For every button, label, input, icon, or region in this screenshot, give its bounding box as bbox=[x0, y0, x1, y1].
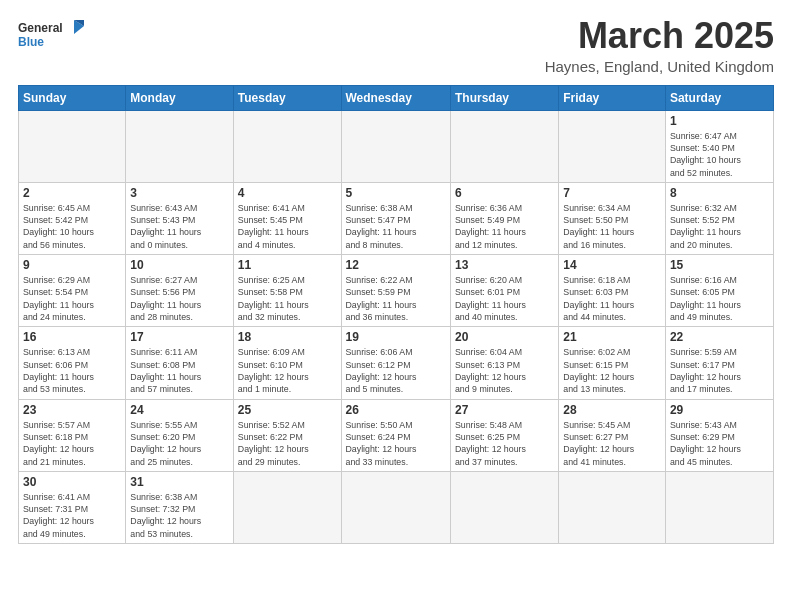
col-thursday: Thursday bbox=[450, 85, 558, 110]
col-friday: Friday bbox=[559, 85, 666, 110]
calendar-cell: 3Sunrise: 6:43 AM Sunset: 5:43 PM Daylig… bbox=[126, 182, 233, 254]
day-info: Sunrise: 6:16 AM Sunset: 6:05 PM Dayligh… bbox=[670, 274, 769, 323]
calendar-cell bbox=[126, 110, 233, 182]
day-info: Sunrise: 6:25 AM Sunset: 5:58 PM Dayligh… bbox=[238, 274, 337, 323]
day-number: 1 bbox=[670, 114, 769, 128]
day-number: 20 bbox=[455, 330, 554, 344]
col-tuesday: Tuesday bbox=[233, 85, 341, 110]
day-number: 17 bbox=[130, 330, 228, 344]
day-number: 12 bbox=[346, 258, 446, 272]
day-number: 9 bbox=[23, 258, 121, 272]
calendar-cell bbox=[450, 110, 558, 182]
day-number: 24 bbox=[130, 403, 228, 417]
day-info: Sunrise: 6:13 AM Sunset: 6:06 PM Dayligh… bbox=[23, 346, 121, 395]
location-subtitle: Haynes, England, United Kingdom bbox=[545, 58, 774, 75]
calendar-cell: 17Sunrise: 6:11 AM Sunset: 6:08 PM Dayli… bbox=[126, 327, 233, 399]
day-number: 15 bbox=[670, 258, 769, 272]
col-monday: Monday bbox=[126, 85, 233, 110]
day-info: Sunrise: 6:06 AM Sunset: 6:12 PM Dayligh… bbox=[346, 346, 446, 395]
day-info: Sunrise: 6:29 AM Sunset: 5:54 PM Dayligh… bbox=[23, 274, 121, 323]
calendar-cell: 11Sunrise: 6:25 AM Sunset: 5:58 PM Dayli… bbox=[233, 255, 341, 327]
day-info: Sunrise: 6:20 AM Sunset: 6:01 PM Dayligh… bbox=[455, 274, 554, 323]
calendar-cell: 15Sunrise: 6:16 AM Sunset: 6:05 PM Dayli… bbox=[665, 255, 773, 327]
day-info: Sunrise: 6:43 AM Sunset: 5:43 PM Dayligh… bbox=[130, 202, 228, 251]
calendar-cell: 5Sunrise: 6:38 AM Sunset: 5:47 PM Daylig… bbox=[341, 182, 450, 254]
calendar-cell: 31Sunrise: 6:38 AM Sunset: 7:32 PM Dayli… bbox=[126, 471, 233, 543]
day-number: 25 bbox=[238, 403, 337, 417]
day-number: 7 bbox=[563, 186, 661, 200]
calendar-cell bbox=[450, 471, 558, 543]
day-info: Sunrise: 6:38 AM Sunset: 5:47 PM Dayligh… bbox=[346, 202, 446, 251]
col-saturday: Saturday bbox=[665, 85, 773, 110]
calendar-cell: 19Sunrise: 6:06 AM Sunset: 6:12 PM Dayli… bbox=[341, 327, 450, 399]
calendar-cell: 18Sunrise: 6:09 AM Sunset: 6:10 PM Dayli… bbox=[233, 327, 341, 399]
calendar-cell: 7Sunrise: 6:34 AM Sunset: 5:50 PM Daylig… bbox=[559, 182, 666, 254]
calendar-cell: 27Sunrise: 5:48 AM Sunset: 6:25 PM Dayli… bbox=[450, 399, 558, 471]
calendar-cell bbox=[559, 110, 666, 182]
title-block: March 2025 Haynes, England, United Kingd… bbox=[545, 16, 774, 75]
calendar-cell: 22Sunrise: 5:59 AM Sunset: 6:17 PM Dayli… bbox=[665, 327, 773, 399]
day-info: Sunrise: 6:34 AM Sunset: 5:50 PM Dayligh… bbox=[563, 202, 661, 251]
calendar-cell: 24Sunrise: 5:55 AM Sunset: 6:20 PM Dayli… bbox=[126, 399, 233, 471]
calendar-week-row: 2Sunrise: 6:45 AM Sunset: 5:42 PM Daylig… bbox=[19, 182, 774, 254]
day-info: Sunrise: 6:41 AM Sunset: 5:45 PM Dayligh… bbox=[238, 202, 337, 251]
calendar-table: Sunday Monday Tuesday Wednesday Thursday… bbox=[18, 85, 774, 545]
calendar-cell bbox=[341, 110, 450, 182]
day-info: Sunrise: 6:02 AM Sunset: 6:15 PM Dayligh… bbox=[563, 346, 661, 395]
day-number: 10 bbox=[130, 258, 228, 272]
calendar-header-row: Sunday Monday Tuesday Wednesday Thursday… bbox=[19, 85, 774, 110]
calendar-cell: 10Sunrise: 6:27 AM Sunset: 5:56 PM Dayli… bbox=[126, 255, 233, 327]
day-number: 6 bbox=[455, 186, 554, 200]
calendar-cell: 14Sunrise: 6:18 AM Sunset: 6:03 PM Dayli… bbox=[559, 255, 666, 327]
calendar-cell bbox=[19, 110, 126, 182]
calendar-cell bbox=[233, 471, 341, 543]
calendar-cell: 20Sunrise: 6:04 AM Sunset: 6:13 PM Dayli… bbox=[450, 327, 558, 399]
day-number: 30 bbox=[23, 475, 121, 489]
day-info: Sunrise: 6:22 AM Sunset: 5:59 PM Dayligh… bbox=[346, 274, 446, 323]
day-info: Sunrise: 6:11 AM Sunset: 6:08 PM Dayligh… bbox=[130, 346, 228, 395]
day-info: Sunrise: 5:48 AM Sunset: 6:25 PM Dayligh… bbox=[455, 419, 554, 468]
calendar-cell: 16Sunrise: 6:13 AM Sunset: 6:06 PM Dayli… bbox=[19, 327, 126, 399]
day-number: 28 bbox=[563, 403, 661, 417]
calendar-week-row: 1Sunrise: 6:47 AM Sunset: 5:40 PM Daylig… bbox=[19, 110, 774, 182]
calendar-cell: 29Sunrise: 5:43 AM Sunset: 6:29 PM Dayli… bbox=[665, 399, 773, 471]
logo-svg: General Blue bbox=[18, 16, 88, 56]
day-info: Sunrise: 5:45 AM Sunset: 6:27 PM Dayligh… bbox=[563, 419, 661, 468]
day-info: Sunrise: 5:43 AM Sunset: 6:29 PM Dayligh… bbox=[670, 419, 769, 468]
day-number: 29 bbox=[670, 403, 769, 417]
day-info: Sunrise: 6:45 AM Sunset: 5:42 PM Dayligh… bbox=[23, 202, 121, 251]
day-info: Sunrise: 6:41 AM Sunset: 7:31 PM Dayligh… bbox=[23, 491, 121, 540]
day-number: 14 bbox=[563, 258, 661, 272]
calendar-cell bbox=[559, 471, 666, 543]
day-number: 18 bbox=[238, 330, 337, 344]
calendar-week-row: 16Sunrise: 6:13 AM Sunset: 6:06 PM Dayli… bbox=[19, 327, 774, 399]
day-info: Sunrise: 6:18 AM Sunset: 6:03 PM Dayligh… bbox=[563, 274, 661, 323]
day-number: 19 bbox=[346, 330, 446, 344]
day-info: Sunrise: 6:32 AM Sunset: 5:52 PM Dayligh… bbox=[670, 202, 769, 251]
day-number: 13 bbox=[455, 258, 554, 272]
day-number: 2 bbox=[23, 186, 121, 200]
calendar-cell: 1Sunrise: 6:47 AM Sunset: 5:40 PM Daylig… bbox=[665, 110, 773, 182]
calendar-cell: 25Sunrise: 5:52 AM Sunset: 6:22 PM Dayli… bbox=[233, 399, 341, 471]
day-number: 3 bbox=[130, 186, 228, 200]
day-number: 26 bbox=[346, 403, 446, 417]
day-number: 16 bbox=[23, 330, 121, 344]
day-number: 21 bbox=[563, 330, 661, 344]
calendar-week-row: 23Sunrise: 5:57 AM Sunset: 6:18 PM Dayli… bbox=[19, 399, 774, 471]
calendar-page: General Blue March 2025 Haynes, England,… bbox=[0, 0, 792, 612]
col-wednesday: Wednesday bbox=[341, 85, 450, 110]
calendar-cell: 9Sunrise: 6:29 AM Sunset: 5:54 PM Daylig… bbox=[19, 255, 126, 327]
page-header: General Blue March 2025 Haynes, England,… bbox=[18, 16, 774, 75]
day-number: 11 bbox=[238, 258, 337, 272]
day-info: Sunrise: 6:38 AM Sunset: 7:32 PM Dayligh… bbox=[130, 491, 228, 540]
day-info: Sunrise: 5:57 AM Sunset: 6:18 PM Dayligh… bbox=[23, 419, 121, 468]
day-info: Sunrise: 5:52 AM Sunset: 6:22 PM Dayligh… bbox=[238, 419, 337, 468]
calendar-week-row: 9Sunrise: 6:29 AM Sunset: 5:54 PM Daylig… bbox=[19, 255, 774, 327]
day-info: Sunrise: 6:04 AM Sunset: 6:13 PM Dayligh… bbox=[455, 346, 554, 395]
svg-text:General: General bbox=[18, 21, 63, 35]
day-info: Sunrise: 6:27 AM Sunset: 5:56 PM Dayligh… bbox=[130, 274, 228, 323]
day-number: 8 bbox=[670, 186, 769, 200]
day-number: 23 bbox=[23, 403, 121, 417]
day-info: Sunrise: 5:50 AM Sunset: 6:24 PM Dayligh… bbox=[346, 419, 446, 468]
calendar-cell: 13Sunrise: 6:20 AM Sunset: 6:01 PM Dayli… bbox=[450, 255, 558, 327]
